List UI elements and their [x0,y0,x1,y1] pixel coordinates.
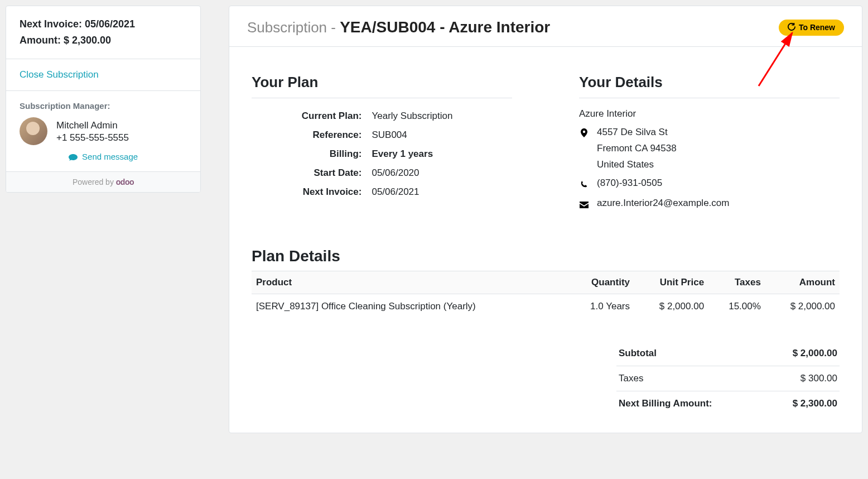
current-plan-value: Yearly Subscription [369,107,511,125]
manager-name: Mitchell Admin [56,118,129,133]
your-details-heading: Your Details [579,74,840,91]
next-invoice-date: 05/06/2021 [85,18,135,30]
send-message-link[interactable]: Send message [20,152,187,161]
plan-details-heading: Plan Details [252,247,840,265]
line-unit-price: $ 2,000.00 [634,294,708,319]
manager-label: Subscription Manager: [20,101,187,111]
page-title: Subscription - YEA/SUB004 - Azure Interi… [247,18,550,36]
taxes-value: $ 300.00 [801,373,837,384]
envelope-icon [579,195,589,214]
next-invoice-label: Next Invoice: [253,183,368,201]
line-taxes: 15.00% [708,294,765,319]
col-taxes: Taxes [708,271,765,294]
plan-info-table: Current Plan:Yearly Subscription Referen… [252,106,512,202]
powered-by: Powered by odoo [6,172,200,192]
start-date-label: Start Date: [253,164,368,182]
col-amount: Amount [765,271,840,294]
next-billing-value: $ 2,300.00 [793,398,837,409]
manager-phone: +1 555-555-5555 [56,132,129,143]
company-name: Azure Interior [579,106,840,122]
close-subscription-link[interactable]: Close Subscription [20,69,99,80]
to-renew-label: To Renew [799,23,835,32]
next-invoice-label: Next Invoice: [20,18,85,30]
reference-value: SUB004 [369,126,511,144]
invoice-summary: Next Invoice: 05/06/2021 Amount: $ 2,300… [6,6,200,59]
start-date-value: 05/06/2020 [369,164,511,182]
title-main: YEA/SUB004 - Azure Interior [340,18,550,36]
send-message-label: Send message [82,152,138,161]
address-line-1: 4557 De Silva St [597,124,677,141]
to-renew-badge[interactable]: To Renew [779,20,844,36]
your-plan-heading: Your Plan [252,74,512,91]
powered-brand: odoo [116,178,134,186]
map-pin-icon [579,124,589,143]
amount-label: Amount: [20,35,64,46]
billing-value: Every 1 years [369,145,511,163]
speech-bubble-icon [69,152,82,161]
col-product: Product [252,271,567,294]
divider [252,98,512,98]
line-amount: $ 2,000.00 [765,294,840,319]
subtotal-label: Subtotal [619,348,657,359]
next-invoice-value: 05/06/2021 [369,183,511,201]
line-product: [SERV_89137] Office Cleaning Subscriptio… [252,294,567,319]
col-unit-price: Unit Price [634,271,708,294]
refresh-icon [788,23,795,32]
phone-icon [579,175,589,194]
subtotal-value: $ 2,000.00 [793,348,837,359]
divider [579,98,840,98]
address-line-3: United States [597,157,677,173]
next-billing-label: Next Billing Amount: [619,398,712,409]
taxes-label: Taxes [619,373,643,384]
main-panel: Subscription - YEA/SUB004 - Azure Interi… [229,6,862,433]
col-quantity: Quantity [567,271,634,294]
sidebar-card: Next Invoice: 05/06/2021 Amount: $ 2,300… [6,6,201,193]
current-plan-label: Current Plan: [253,107,368,125]
totals-block: Subtotal $ 2,000.00 Taxes $ 300.00 Next … [616,341,840,416]
reference-label: Reference: [253,126,368,144]
avatar [20,117,47,145]
table-row: [SERV_89137] Office Cleaning Subscriptio… [252,294,840,319]
powered-prefix: Powered by [73,178,116,186]
amount-value: $ 2,300.00 [64,35,111,46]
billing-label: Billing: [253,145,368,163]
title-prefix: Subscription - [247,19,340,36]
address-line-2: Fremont CA 94538 [597,141,677,157]
plan-details-table: Product Quantity Unit Price Taxes Amount… [252,271,840,319]
email-value: azure.Interior24@example.com [597,195,729,212]
line-quantity: 1.0 Years [567,294,634,319]
phone-value: (870)-931-0505 [597,175,662,191]
